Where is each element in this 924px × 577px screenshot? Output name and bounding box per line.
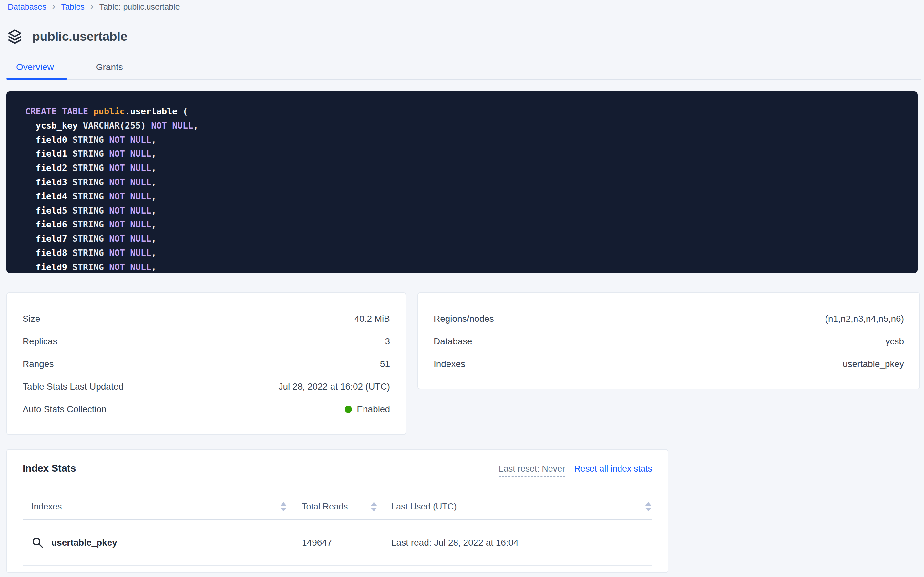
breadcrumb-link-databases[interactable]: Databases [8,2,47,11]
create-table-statement[interactable]: CREATE TABLE public.usertable ( ycsb_key… [6,92,918,273]
sort-icon[interactable] [645,502,651,511]
sql-code-line: field2 STRING NOT NULL, [25,161,918,175]
column-header-indexes[interactable]: Indexes [22,494,287,519]
detail-value: Enabled [345,404,390,414]
detail-label: Size [22,314,40,324]
detail-value: Jul 28, 2022 at 16:02 (UTC) [278,382,390,392]
active-tab-indicator [6,78,67,80]
detail-label: Replicas [22,336,57,347]
sql-code-line: CREATE TABLE public.usertable ( [25,104,918,119]
sql-code-line: field7 STRING NOT NULL, [25,232,918,246]
total-reads-cell: 149647 [287,538,378,548]
column-label: Total Reads [287,502,348,512]
tab-bar: Overview Grants [16,61,123,73]
last-used-cell: Last read: Jul 28, 2022 at 16:04 [378,538,652,548]
index-stats-title: Index Stats [22,463,76,474]
detail-label: Indexes [434,359,465,369]
detail-value: ycsb [885,336,904,347]
detail-row: Table Stats Last UpdatedJul 28, 2022 at … [22,376,390,398]
detail-row: Ranges51 [22,353,390,376]
status-dot-icon [345,406,352,413]
page-header: public.usertable [7,28,127,45]
table-details-rows: Size40.2 MiBReplicas3Ranges51Table Stats… [22,308,390,421]
sql-code-line: ycsb_key VARCHAR(255) NOT NULL, [25,119,918,133]
breadcrumb-current: Table: public.usertable [100,2,180,11]
last-reset-label: Last reset: Never [499,464,565,477]
index-stats-header: Index Stats Last reset: Never Reset all … [7,450,668,477]
sort-icon[interactable] [280,502,287,511]
column-header-total-reads[interactable]: Total Reads [287,494,378,519]
table-meta-card: Regions/nodes(n1,n2,n3,n4,n5,n6)Database… [418,292,920,389]
detail-value: 40.2 MiB [355,314,390,324]
breadcrumb-link-tables[interactable]: Tables [61,2,85,11]
chevron-right-icon: › [90,1,94,11]
index-stats-controls: Last reset: Never Reset all index stats [499,464,652,477]
index-name-cell[interactable]: usertable_pkey [22,536,287,549]
detail-row: Databaseycsb [434,330,904,353]
column-header-last-used[interactable]: Last Used (UTC) [378,494,652,519]
sql-code-line: field6 STRING NOT NULL, [25,218,918,232]
index-stats-row: usertable_pkey 149647 Last read: Jul 28,… [22,520,652,566]
column-label: Last Used (UTC) [378,502,457,512]
tab-overview[interactable]: Overview [16,61,54,73]
sql-code-line: field8 STRING NOT NULL, [25,246,918,260]
sql-code-line: field3 STRING NOT NULL, [25,175,918,189]
sort-icon[interactable] [371,502,377,511]
page-title: public.usertable [32,29,127,44]
reset-all-index-stats-link[interactable]: Reset all index stats [574,464,652,474]
detail-value: (n1,n2,n3,n4,n5,n6) [825,314,904,324]
stack-icon [7,28,22,45]
tab-grants[interactable]: Grants [96,61,123,73]
table-detail-page: Databases › Tables › Table: public.usert… [0,0,924,577]
detail-value: 3 [385,336,390,347]
index-stats-card: Index Stats Last reset: Never Reset all … [6,449,668,573]
tab-bar-divider [6,79,921,80]
index-stats-table-header: Indexes Total Reads Last Used (UTC) [22,494,652,520]
detail-row: Auto Stats CollectionEnabled [22,398,390,421]
detail-label: Ranges [22,359,54,369]
column-label: Indexes [22,502,62,512]
table-details-card: Size40.2 MiBReplicas3Ranges51Table Stats… [6,292,406,435]
sql-code-line: field1 STRING NOT NULL, [25,147,918,161]
detail-value: 51 [380,359,390,369]
detail-value: usertable_pkey [843,359,904,369]
breadcrumb: Databases › Tables › Table: public.usert… [8,2,180,11]
table-meta-rows: Regions/nodes(n1,n2,n3,n4,n5,n6)Database… [434,308,904,376]
sql-code-line: field0 STRING NOT NULL, [25,133,918,147]
detail-row: Regions/nodes(n1,n2,n3,n4,n5,n6) [434,308,904,330]
sql-code-line: field9 STRING NOT NULL, [25,260,918,273]
sql-code-line: field4 STRING NOT NULL, [25,189,918,203]
detail-row: Size40.2 MiB [22,308,390,330]
detail-label: Regions/nodes [434,314,494,324]
sql-code-line: field5 STRING NOT NULL, [25,203,918,218]
detail-row: Indexesusertable_pkey [434,353,904,376]
detail-label: Auto Stats Collection [22,404,106,414]
chevron-right-icon: › [52,1,56,11]
detail-row: Replicas3 [22,330,390,353]
detail-label: Table Stats Last Updated [22,382,124,392]
magnifier-icon [31,536,44,549]
index-name: usertable_pkey [51,538,117,548]
detail-label: Database [434,336,472,347]
